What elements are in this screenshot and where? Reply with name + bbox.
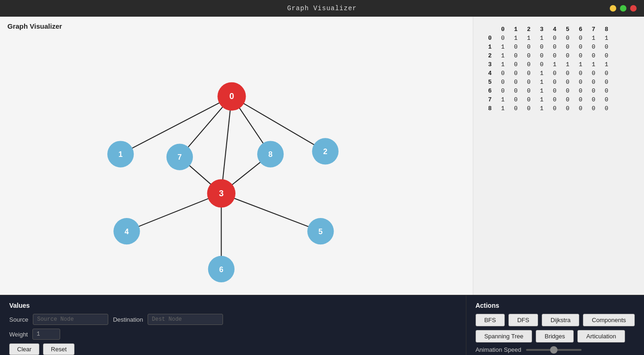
speed-row: Animation Speed: [476, 346, 635, 353]
matrix-cell: 1: [588, 61, 599, 68]
matrix-cell: 0: [536, 52, 547, 59]
weight-label: Weight: [9, 331, 28, 338]
matrix-row-header: 6: [484, 87, 495, 94]
bridges-button[interactable]: Bridges: [536, 330, 574, 343]
matrix-cell: 0: [562, 87, 573, 94]
matrix-cell: 0: [575, 79, 586, 86]
matrix-cell: 0: [523, 52, 534, 59]
matrix-cell: 1: [523, 35, 534, 42]
matrix-cell: 0: [510, 87, 521, 94]
matrix-cell: 0: [549, 96, 560, 103]
dijkstra-button[interactable]: Dijkstra: [542, 314, 579, 326]
clear-reset-row: Clear Reset: [9, 343, 457, 355]
titlebar: Graph Visualizer: [0, 0, 644, 17]
matrix-row-header: 8: [484, 105, 495, 112]
matrix-row-header: 5: [484, 79, 495, 86]
matrix-cell: 0: [601, 44, 612, 50]
matrix-cell: 0: [575, 52, 586, 59]
matrix-col-header: 8: [601, 26, 612, 33]
main-area: Graph Visualizer: [0, 17, 644, 295]
matrix-cell: 1: [549, 61, 560, 68]
minimize-icon[interactable]: [610, 5, 616, 12]
matrix-cell: 0: [575, 105, 586, 112]
matrix-cell: 1: [497, 96, 508, 103]
matrix-cell: 0: [562, 105, 573, 112]
matrix-cell: 1: [536, 79, 547, 86]
matrix-cell: 0: [549, 87, 560, 94]
matrix-cell: 0: [510, 79, 521, 86]
matrix-row-header: 7: [484, 96, 495, 103]
matrix-cell: 0: [523, 79, 534, 86]
matrix-row-header: 1: [484, 44, 495, 50]
matrix-cell: 0: [510, 96, 521, 103]
components-button[interactable]: Components: [583, 314, 635, 326]
reset-button[interactable]: Reset: [43, 343, 74, 355]
matrix-cell: 0: [549, 105, 560, 112]
graph-panel: Graph Visualizer: [0, 17, 473, 295]
values-section: Values Source Destination Weight Clear R…: [0, 295, 466, 355]
matrix-cell: 0: [523, 44, 534, 50]
matrix-cell: 0: [497, 79, 508, 86]
matrix-cell: 1: [536, 35, 547, 42]
matrix-cell: 0: [575, 96, 586, 103]
edge-0-3: [221, 96, 231, 193]
matrix-cell: 0: [601, 70, 612, 77]
matrix-col-header: 2: [523, 26, 534, 33]
clear-button[interactable]: Clear: [9, 343, 39, 355]
matrix-cell: 1: [497, 44, 508, 50]
matrix-cell: 0: [588, 70, 599, 77]
matrix-cell: 0: [549, 70, 560, 77]
matrix-cell: 1: [588, 35, 599, 42]
bfs-button[interactable]: BFS: [476, 314, 505, 326]
destination-input[interactable]: [148, 314, 223, 325]
maximize-icon[interactable]: [620, 5, 626, 12]
matrix-cell: 0: [510, 44, 521, 50]
node-2-label: 2: [323, 147, 328, 156]
matrix-cell: 0: [601, 105, 612, 112]
weight-input[interactable]: [32, 329, 60, 340]
matrix-cell: 0: [523, 96, 534, 103]
matrix-cell: 1: [497, 52, 508, 59]
matrix-cell: 0: [497, 87, 508, 94]
matrix-cell: 0: [588, 44, 599, 50]
action-buttons-row-2: Spanning Tree Bridges Articulation: [476, 330, 635, 343]
matrix-row-header: 4: [484, 70, 495, 77]
matrix-cell: 0: [562, 52, 573, 59]
graph-svg: 0 1 2 3 4 5 6 7: [0, 34, 473, 295]
matrix-cell: 0: [536, 44, 547, 50]
matrix-corner: [484, 26, 495, 33]
close-icon[interactable]: [630, 5, 637, 12]
matrix-cell: 0: [497, 35, 508, 42]
matrix-cell: 0: [510, 61, 521, 68]
matrix-cell: 1: [536, 70, 547, 77]
graph-canvas: 0 1 2 3 4 5 6 7: [0, 34, 473, 295]
matrix-cell: 1: [497, 61, 508, 68]
matrix-cell: 0: [510, 105, 521, 112]
dfs-button[interactable]: DFS: [508, 314, 538, 326]
matrix-cell: 1: [562, 61, 573, 68]
articulation-button[interactable]: Articulation: [577, 330, 625, 343]
values-title: Values: [9, 302, 457, 309]
matrix-col-header: 3: [536, 26, 547, 33]
matrix-cell: 0: [549, 79, 560, 86]
matrix-panel: 0 1 2 3 4 5 6 7 8 0011100011110000000021…: [473, 17, 644, 295]
actions-title: Actions: [476, 302, 635, 309]
matrix-col-header: 4: [549, 26, 560, 33]
animation-speed-slider[interactable]: [526, 349, 582, 351]
matrix-cell: 0: [601, 96, 612, 103]
node-5-label: 5: [318, 227, 322, 236]
node-1-label: 1: [118, 150, 123, 158]
destination-label: Destination: [113, 316, 143, 323]
spanning-tree-button[interactable]: Spanning Tree: [476, 330, 533, 343]
matrix-row-header: 2: [484, 52, 495, 59]
window-controls: [610, 5, 637, 12]
matrix-cell: 1: [536, 105, 547, 112]
node-7-label: 7: [178, 153, 182, 161]
action-buttons-row-1: BFS DFS Dijkstra Components: [476, 314, 635, 326]
matrix-col-header: 1: [510, 26, 521, 33]
matrix-cell: 0: [588, 79, 599, 86]
matrix-cell: 0: [562, 96, 573, 103]
source-input[interactable]: [33, 314, 108, 325]
matrix-cell: 0: [601, 79, 612, 86]
adjacency-matrix: 0 1 2 3 4 5 6 7 8 0011100011110000000021…: [483, 24, 614, 114]
